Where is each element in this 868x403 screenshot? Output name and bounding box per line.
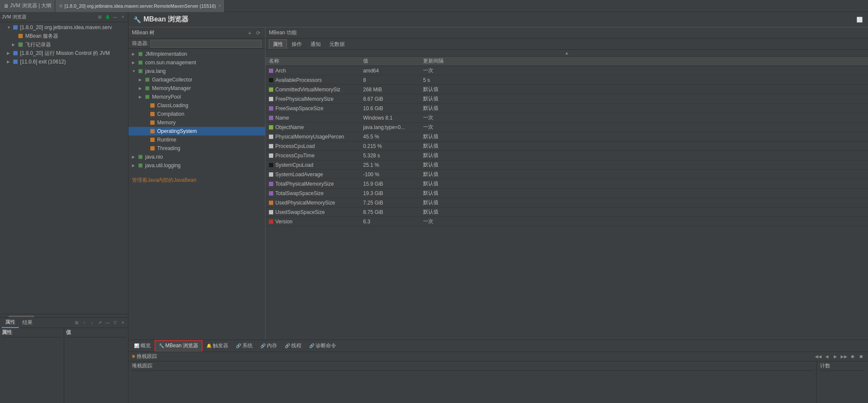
attr-row[interactable]: ProcessCpuTime 5.328 s 默认值 bbox=[265, 151, 868, 160]
jvm2-label: [1.8.0_20] 运行 Mission Control 的 JVM bbox=[20, 50, 110, 57]
attr-row[interactable]: TotalPhysicalMemorySize 15.9 GiB 默认值 bbox=[265, 179, 868, 189]
attr-value: 8.67 GiB bbox=[363, 96, 423, 102]
bottom-tab-mbean[interactable]: 🔧 MBean 浏览器 bbox=[155, 340, 203, 352]
attr-name: FreeSwapSpaceSize bbox=[269, 105, 363, 111]
header-icon-grid[interactable]: ⊞ bbox=[96, 14, 103, 21]
attr-row[interactable]: UsedSwapSpaceSize 8.75 GiB 默认值 bbox=[265, 208, 868, 217]
bottom-tab-trigger[interactable]: 🔔 触发器 bbox=[203, 340, 232, 352]
attr-row[interactable]: ProcessCpuLoad 0.215 % 默认值 bbox=[265, 141, 868, 151]
attr-column: 属性 bbox=[0, 328, 64, 403]
bl-icon-6[interactable]: ▽ bbox=[112, 319, 119, 326]
mbean-tree-javalang[interactable]: ▼ java.lang bbox=[128, 67, 265, 75]
stack-icon-prev-prev[interactable]: ◀◀ bbox=[815, 353, 822, 360]
mbean-tree-icon-refresh[interactable]: ⟳ bbox=[255, 30, 262, 36]
arrow-javautillogging: ▶ bbox=[132, 163, 137, 168]
mbean-tree-javautillogging[interactable]: ▶ java.util.logging bbox=[128, 161, 265, 170]
mbean-tree-memory[interactable]: Memory bbox=[128, 118, 265, 127]
func-tab-meta[interactable]: 元数据 bbox=[325, 39, 349, 49]
mbean-func-section: MBean 功能 属性 操作 通知 元数据 bbox=[265, 27, 868, 340]
flight-recorder-icon bbox=[17, 41, 24, 48]
bl-icon-5[interactable]: — bbox=[104, 319, 111, 326]
tree-item-jvm2[interactable]: ▶ [1.8.0_20] 运行 Mission Control 的 JVM bbox=[0, 49, 128, 57]
remote-maven-close[interactable]: × bbox=[218, 3, 221, 8]
stack-icon-prev[interactable]: ◀ bbox=[823, 353, 830, 360]
attr-name: SystemLoadAverage bbox=[269, 171, 363, 177]
mbean-tree-runtime[interactable]: Runtime bbox=[128, 135, 265, 144]
mbean-tree-gc[interactable]: ▶ GarbageCollector bbox=[128, 75, 265, 84]
result-tab[interactable]: 结果 bbox=[19, 318, 36, 328]
func-tab-attr[interactable]: 属性 bbox=[269, 39, 287, 49]
attr-row[interactable]: TotalSwapSpaceSize 19.3 GiB 默认值 bbox=[265, 189, 868, 198]
bottom-tab-overview[interactable]: 📊 概览 bbox=[130, 340, 155, 352]
mbean-expand-icon[interactable]: ⬜ bbox=[856, 17, 863, 23]
remote-maven-tab[interactable]: 🖥 [1.8.0_20] org.jetbrains.idea.maven.se… bbox=[55, 0, 225, 12]
mbean-tree-javanio[interactable]: ▶ java.nio bbox=[128, 153, 265, 161]
mbean-tree-mp[interactable]: ▶ MemoryPool bbox=[128, 93, 265, 101]
bottom-tab-thread[interactable]: 🔗 线程 bbox=[281, 340, 305, 352]
header-icon-minimize[interactable]: — bbox=[112, 14, 119, 21]
mbean-func-header: MBean 功能 bbox=[265, 27, 868, 39]
thread-label: 线程 bbox=[291, 342, 301, 349]
func-tab-attr-label: 属性 bbox=[273, 41, 283, 47]
result-tab-label: 结果 bbox=[22, 319, 33, 326]
stack-icon-record[interactable]: ⏺ bbox=[849, 353, 856, 360]
attr-color-dot bbox=[269, 125, 273, 129]
mbean-tree-comsun[interactable]: ▶ com.sun.management bbox=[128, 58, 265, 67]
arrow-comsun: ▶ bbox=[132, 60, 137, 65]
attr-interval: 默认值 bbox=[423, 142, 865, 150]
stack-icon-stop[interactable]: ⏹ bbox=[858, 353, 865, 360]
func-tab-op[interactable]: 操作 bbox=[288, 39, 306, 49]
header-icon-tree[interactable]: 🌲 bbox=[104, 14, 111, 21]
tree-item-jvm3[interactable]: ▶ [11.0.6] exit (10612) bbox=[0, 57, 128, 66]
func-tab-notif[interactable]: 通知 bbox=[307, 39, 325, 49]
tree-hscroll[interactable] bbox=[0, 314, 128, 317]
bottom-tab-diag[interactable]: 🔗 诊断命令 bbox=[305, 340, 340, 352]
tree-item-flight-recorder[interactable]: ▶ 飞行记录器 bbox=[0, 40, 128, 49]
mbean-tree-classloading[interactable]: ClassLoading bbox=[128, 101, 265, 110]
filter-input[interactable] bbox=[150, 40, 262, 48]
bl-icon-2[interactable]: ↑ bbox=[81, 319, 88, 326]
bl-icon-3[interactable]: ↓ bbox=[89, 319, 95, 326]
stack-icon-next[interactable]: ▶ bbox=[832, 353, 839, 360]
stack-content: 堆栈跟踪 计数 bbox=[128, 361, 868, 403]
mbean-tree-mm[interactable]: ▶ MemoryManager bbox=[128, 84, 265, 93]
bl-icon-close[interactable]: × bbox=[119, 319, 126, 326]
mbean-tree-operatingsystem[interactable]: OperatingSystem bbox=[128, 127, 265, 135]
attr-row[interactable]: ObjectName java.lang:type=0... 一次 bbox=[265, 123, 868, 132]
attr-row[interactable]: SystemCpuLoad 25.1 % 默认值 bbox=[265, 160, 868, 170]
mbean-tree-jmimp[interactable]: ▶ JMImplementation bbox=[128, 50, 265, 58]
attr-row[interactable]: FreePhysicalMemorySize 8.67 GiB 默认值 bbox=[265, 94, 868, 104]
bl-icon-4[interactable]: ↗ bbox=[96, 319, 103, 326]
attr-table: Arch amd64 一次 AvailableProcessors 8 5 s … bbox=[265, 66, 868, 340]
attr-interval: 一次 bbox=[423, 114, 865, 121]
attr-row[interactable]: Version 6.3 一次 bbox=[265, 217, 868, 226]
tree-arrow-flight: ▶ bbox=[12, 42, 17, 47]
icon-threading bbox=[149, 145, 156, 152]
mbean-tree-threading[interactable]: Threading bbox=[128, 144, 265, 153]
jvm-browser-tab[interactable]: 🖥 JVM 浏览器 | 大纲 bbox=[0, 0, 55, 12]
mbean-tree-compilation[interactable]: Compilation bbox=[128, 110, 265, 118]
bl-icon-1[interactable]: ⊞ bbox=[73, 319, 80, 326]
attr-row[interactable]: AvailableProcessors 8 5 s bbox=[265, 75, 868, 85]
mbean-tree-icon-add[interactable]: + bbox=[246, 30, 253, 36]
tree-item-mbean-server[interactable]: MBean 服务器 bbox=[0, 32, 128, 40]
attr-row[interactable]: PhysicalMemoryUsagePercen 45.5 % 默认值 bbox=[265, 132, 868, 141]
header-icon-close[interactable]: × bbox=[119, 14, 126, 21]
stack-title: ■ 推栈跟踪 bbox=[132, 353, 157, 360]
attr-row[interactable]: SystemLoadAverage -100 % 默认值 bbox=[265, 170, 868, 179]
bottom-tab-memory[interactable]: 🔗 内存 bbox=[257, 340, 281, 352]
attr-col-header: 属性 bbox=[2, 329, 62, 337]
attr-row[interactable]: FreeSwapSpaceSize 10.6 GiB 默认值 bbox=[265, 104, 868, 113]
attr-row[interactable]: Arch amd64 一次 bbox=[265, 66, 868, 75]
attr-row[interactable]: CommittedVirtualMemorySiz 268 MiB 默认值 bbox=[265, 85, 868, 94]
attr-interval: 默认值 bbox=[423, 189, 865, 197]
attr-row[interactable]: UsedPhysicalMemorySize 7.25 GiB 默认值 bbox=[265, 198, 868, 208]
attr-row[interactable]: Name Windows 8.1 一次 bbox=[265, 113, 868, 123]
stack-icon-next-next[interactable]: ▶▶ bbox=[841, 353, 847, 360]
trigger-label: 触发器 bbox=[213, 342, 228, 349]
bottom-tab-system[interactable]: 🔗 系统 bbox=[232, 340, 257, 352]
tree-item-jvm1[interactable]: ▼ [1.8.0_20] org.jetbrains.idea.maven.se… bbox=[0, 23, 128, 32]
attr-color-dot bbox=[269, 87, 273, 92]
attr-tab[interactable]: 属性 bbox=[2, 318, 19, 328]
col-header-name: 名称 bbox=[269, 57, 363, 65]
